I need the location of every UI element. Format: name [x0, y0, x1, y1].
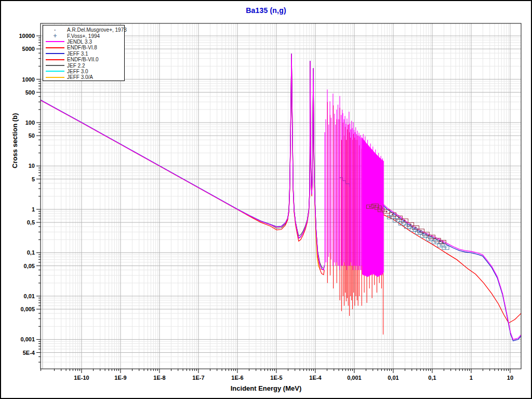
legend-item-label: A.R.Del.Musgrove+, 1973 — [67, 27, 127, 33]
dot-marker-icon: · — [43, 28, 67, 32]
y-tick-label: 0,005 — [20, 306, 35, 312]
series-endf-b-vi.8-base — [41, 55, 324, 275]
legend-item: ENDF/B-VII.0 — [43, 57, 124, 62]
janis-plot-window: Ba135 (n,g) 1E-101E-91E-81E-71E-61E-51E-… — [0, 0, 532, 399]
y-tick-label: 500 — [25, 89, 35, 96]
y-tick-label: 10000 — [19, 33, 35, 39]
y-tick-label: 0,01 — [24, 293, 35, 299]
dot-marker-icon — [386, 211, 387, 212]
x-tick-label: 1E-7 — [192, 375, 204, 381]
dot-marker-icon — [369, 206, 370, 207]
y-tick-label: 50 — [29, 132, 35, 139]
y-tick-label: 0,001 — [20, 336, 35, 342]
legend-item-label: JEF 2.2 — [67, 63, 85, 69]
x-tick-label: 1 — [470, 375, 473, 381]
x-axis-label: Incident Energy (MeV) — [0, 384, 532, 392]
y-tick-label: 1000 — [22, 76, 35, 83]
legend-item: JEFF 3.1 — [43, 51, 124, 57]
x-tick-label: 0,01 — [388, 375, 398, 381]
legend-item-label: JEFF 3.0/A — [67, 74, 93, 80]
y-tick-label: 0,5 — [27, 219, 35, 225]
y-tick-label: 0,1 — [27, 249, 35, 256]
line-swatch-icon — [43, 77, 67, 78]
legend-item-label: ENDF/B-VI.8 — [67, 45, 97, 50]
legend-item: + F.Voss+, 1994 — [43, 33, 124, 38]
dot-marker-icon — [381, 209, 382, 210]
legend-item: ENDF/B-VI.8 — [43, 45, 124, 50]
dot-marker-icon — [398, 217, 400, 218]
y-tick-label: 5000 — [22, 46, 35, 52]
dot-marker-icon — [442, 242, 443, 243]
y-tick-label: 1 — [32, 206, 35, 212]
plus-marker-icon: + — [43, 34, 67, 38]
legend-item: JENDL 3.3 — [43, 39, 124, 45]
line-swatch-icon — [43, 65, 67, 66]
series-endf-b-red-high — [383, 215, 521, 323]
legend-item: JEFF 3.0/A — [43, 74, 124, 80]
line-swatch-icon — [43, 71, 67, 72]
x-tick-label: 1E-9 — [114, 375, 126, 381]
dot-marker-icon — [404, 220, 405, 221]
legend-item-label: ENDF/B-VII.0 — [67, 57, 99, 62]
legend-item: JEF 2.2 — [43, 62, 124, 68]
legend: · A.R.Del.Musgrove+, 1973 + F.Voss+, 199… — [43, 25, 125, 81]
legend-item: JEFF 3.0 — [43, 69, 124, 74]
x-tick-label: 1E-6 — [231, 375, 243, 381]
y-tick-label: 0,05 — [24, 263, 35, 269]
x-tick-label: 1E-5 — [270, 375, 282, 381]
x-tick-label: 10 — [507, 375, 513, 381]
ticks — [36, 36, 510, 373]
legend-item-label: F.Voss+, 1994 — [67, 33, 100, 39]
legend-item-label: JENDL 3.3 — [67, 39, 92, 45]
line-swatch-icon — [43, 47, 67, 48]
x-tick-label: 0,1 — [428, 375, 436, 381]
x-tick-label: 0,001 — [347, 375, 362, 381]
line-swatch-icon — [43, 59, 67, 60]
y-tick-label: 10 — [29, 163, 35, 169]
dot-marker-icon — [392, 214, 393, 215]
y-tick-label: 5 — [32, 176, 35, 182]
line-swatch-icon — [43, 53, 67, 54]
x-tick-label: 1E-10 — [74, 375, 89, 381]
x-tick-label: 1E-4 — [309, 375, 322, 381]
y-tick-label: 100 — [25, 119, 35, 126]
y-tick-label: 5E-4 — [23, 350, 35, 356]
x-tick-label: 1E-8 — [153, 375, 165, 381]
series-voss-1994-boxes — [388, 216, 449, 250]
legend-item-label: JEFF 3.0 — [67, 69, 88, 74]
line-swatch-icon — [43, 41, 67, 42]
legend-item-label: JEFF 3.1 — [67, 51, 88, 57]
